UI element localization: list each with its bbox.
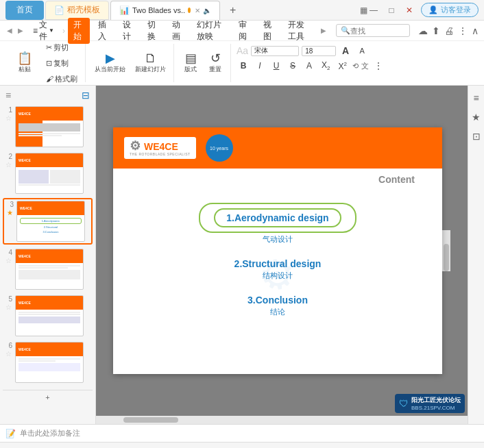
slide-item-2[interactable]: 2 ☆ WE4CE xyxy=(3,151,93,195)
thumb-content-5: WE4CE xyxy=(16,296,83,336)
canvas-area: ⚙ WE4CE THE ROTORBLADE SPECIALIST 10 yea… xyxy=(96,86,468,416)
bold-button[interactable]: B xyxy=(237,60,250,72)
layout-button[interactable]: ▤ 版式 xyxy=(180,50,202,76)
tab-close-icon[interactable]: ✕ xyxy=(195,7,200,14)
ribbon-tools: 📋 粘贴 ✂ 剪切 ⊡ 复制 🖌 格式刷 ▶ xyxy=(0,41,484,85)
ribbon: ◀ ▶ ≡ 文件 ▼ › 开始 插入 设计 切换 动画 幻灯片放映 审阅 视图 … xyxy=(0,21,484,86)
copy-label: 复制 xyxy=(53,58,69,69)
minimize-button[interactable]: — xyxy=(367,4,380,16)
paste-icon: 📋 xyxy=(17,52,32,64)
tab-add[interactable]: + xyxy=(221,1,244,20)
thumb-bar-4: WE4CE xyxy=(16,249,83,263)
logo-text: ⚙ WE4CE xyxy=(130,140,191,152)
notes-placeholder[interactable]: 单击此处添加备注 xyxy=(20,428,80,438)
underline-button[interactable]: U xyxy=(269,60,283,72)
thumb-logo-5: WE4CE xyxy=(19,301,31,305)
slide-star-5[interactable]: ☆ xyxy=(5,303,12,311)
reset-button[interactable]: ↺ 重置 xyxy=(204,50,226,76)
nav-more-arrow[interactable]: ▶ xyxy=(319,27,328,34)
slide-thumb-3[interactable]: WE4CE 1.Aerodynamic 2.Structural 3.Concl… xyxy=(16,201,85,242)
nav-review[interactable]: 审阅 xyxy=(233,18,255,44)
nav-transition[interactable]: 切换 xyxy=(142,18,164,44)
slide-thumb-6[interactable]: WE4CE xyxy=(15,342,84,383)
new-slide-button[interactable]: 🗋 新建幻灯片 xyxy=(132,50,169,76)
cut-button[interactable]: ✂ 剪切 xyxy=(43,40,81,55)
slide-thumb-4[interactable]: WE4CE xyxy=(15,249,84,290)
login-button[interactable]: 👤 访客登录 xyxy=(421,3,479,17)
thumb-logo-4: WE4CE xyxy=(19,254,31,258)
thumb-bar-5: WE4CE xyxy=(16,296,83,310)
plus-icon: + xyxy=(45,393,49,401)
italic-button[interactable]: I xyxy=(253,60,267,72)
nav-animation[interactable]: 动画 xyxy=(167,18,189,44)
slide-thumb-5[interactable]: WE4CE xyxy=(15,295,84,336)
slide-item-1[interactable]: 1 ☆ WE4CE xyxy=(3,105,93,149)
panel-list-icon[interactable]: ≡ xyxy=(5,90,11,101)
right-panel-btn-1[interactable]: ≡ xyxy=(472,91,480,105)
nav-devtools[interactable]: 开发工具 xyxy=(282,18,315,44)
slide-item-3[interactable]: 3 ★ WE4CE 1.Aerodynamic 2.Structural 3.C… xyxy=(3,198,93,245)
slide-star-2[interactable]: ☆ xyxy=(5,161,12,169)
maximize-button[interactable]: □ xyxy=(385,4,398,16)
nav-view[interactable]: 视图 xyxy=(258,18,280,44)
panel-thumb-icon[interactable]: ⊟ xyxy=(82,90,90,101)
nav-design[interactable]: 设计 xyxy=(117,18,139,44)
subscript-button[interactable]: X2 xyxy=(319,59,332,73)
add-slide-button[interactable]: + xyxy=(3,390,93,404)
clear-format-icon[interactable]: ⟲ xyxy=(352,62,359,71)
font-name-input[interactable] xyxy=(251,46,299,56)
slide-canvas[interactable]: ⚙ WE4CE THE ROTORBLADE SPECIALIST 10 yea… xyxy=(113,127,442,374)
tab-doc-label: Two Blades vs...ht Difference xyxy=(132,6,185,14)
font-row2: B I U S A X2 X2 ⟲ 文 ⋮ xyxy=(237,59,385,73)
thumb-body-4 xyxy=(16,263,83,281)
doc-icon: 📊 xyxy=(119,5,130,15)
char-icon[interactable]: 文 xyxy=(361,61,369,71)
vertical-scrollbar[interactable] xyxy=(442,230,450,271)
tab-template[interactable]: 📄 稻壳模板 xyxy=(45,1,109,20)
slide-start-button[interactable]: ▶ 从当前开始 xyxy=(91,50,129,76)
tab-home[interactable]: 首页 xyxy=(5,1,44,20)
close-button[interactable]: ✕ xyxy=(403,4,415,16)
more-format-button[interactable]: ⋮ xyxy=(372,60,385,72)
font-size-input[interactable] xyxy=(302,46,336,56)
print-icon[interactable]: 🖨 xyxy=(444,25,454,36)
hscroll-thumb[interactable] xyxy=(123,417,178,423)
format-brush-button[interactable]: 🖌 格式刷 xyxy=(43,72,81,86)
superscript-button[interactable]: X2 xyxy=(335,60,349,73)
font-size-up-button[interactable]: A xyxy=(339,44,352,58)
thumb-line-2 xyxy=(19,135,62,136)
clipboard-group: 📋 粘贴 ✂ 剪切 ⊡ 复制 🖌 格式刷 xyxy=(5,44,86,82)
slide-star-6[interactable]: ☆ xyxy=(5,350,12,358)
slide-thumb-2[interactable]: WE4CE xyxy=(15,153,84,194)
strikethrough-button[interactable]: S xyxy=(286,60,300,72)
slide-content-item-3: 3.Conclusion 结论 xyxy=(247,295,308,317)
nav-right-arrow[interactable]: ▶ xyxy=(16,27,25,34)
slide-item-5[interactable]: 5 ☆ WE4CE xyxy=(3,294,93,338)
copy-button[interactable]: ⊡ 复制 xyxy=(43,56,81,71)
slide-star-1[interactable]: ☆ xyxy=(5,114,12,122)
font-color-button[interactable]: A xyxy=(302,60,316,72)
search-input[interactable] xyxy=(350,27,405,35)
share-icon[interactable]: ⬆ xyxy=(432,25,440,36)
slide-item-4[interactable]: 4 ☆ WE4CE xyxy=(3,247,93,291)
cloud-icon[interactable]: ☁ xyxy=(418,25,428,36)
horizontal-scrollbar[interactable] xyxy=(96,416,468,424)
notes-bar: 📝 单击此处添加备注 xyxy=(0,424,484,442)
slide-star-4[interactable]: ☆ xyxy=(5,257,12,264)
thumb-content-1: WE4CE xyxy=(16,107,83,147)
collapse-icon[interactable]: ∧ xyxy=(472,25,479,36)
font-size-down-button[interactable]: A xyxy=(355,45,369,56)
nav-slideshow[interactable]: 幻灯片放映 xyxy=(191,18,230,44)
paste-button[interactable]: 📋 粘贴 xyxy=(10,50,40,76)
tab-doc[interactable]: 📊 Two Blades vs...ht Difference ✕ 🔈 xyxy=(110,1,220,20)
slide-star-3[interactable]: ★ xyxy=(7,209,13,216)
right-panel-btn-3[interactable]: ⊡ xyxy=(471,129,482,143)
slide-item-6[interactable]: 6 ☆ WE4CE xyxy=(3,340,93,384)
scroll-thumb[interactable] xyxy=(444,244,449,271)
right-panel-btn-2[interactable]: ★ xyxy=(470,110,482,124)
more-icon[interactable]: ⋮ xyxy=(458,25,468,36)
nav-left-arrow[interactable]: ◀ xyxy=(5,27,14,34)
nav-start-label: 开始 xyxy=(73,20,82,41)
nav-insert[interactable]: 插入 xyxy=(93,18,114,44)
slide-thumb-1[interactable]: WE4CE xyxy=(15,106,84,147)
